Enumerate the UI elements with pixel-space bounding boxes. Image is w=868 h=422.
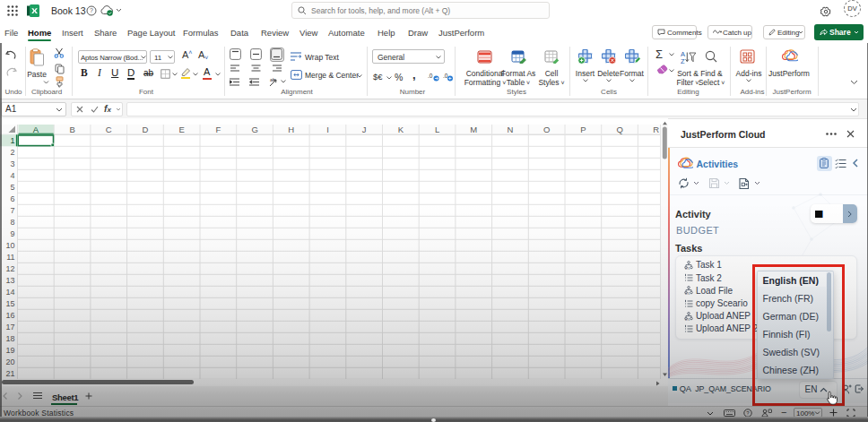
svg-text:I: I: [326, 125, 329, 134]
svg-text:9: 9: [10, 229, 14, 238]
svg-text:7: 7: [10, 206, 14, 215]
svg-text:15: 15: [5, 299, 14, 308]
svg-text:P: P: [580, 125, 586, 134]
svg-text:ab: ab: [270, 77, 275, 82]
svg-text:B: B: [69, 125, 74, 134]
svg-text:R: R: [653, 125, 659, 134]
svg-text:J: J: [362, 125, 367, 134]
svg-text:10: 10: [5, 241, 14, 250]
svg-text:6T6: 6T6: [685, 317, 690, 320]
svg-text:Q: Q: [616, 125, 622, 134]
svg-text:N: N: [508, 125, 514, 134]
svg-text:.0: .0: [428, 73, 433, 79]
svg-text:Z: Z: [681, 57, 685, 65]
svg-text:C: C: [106, 125, 112, 134]
svg-text:16: 16: [5, 311, 14, 320]
svg-text:4: 4: [10, 171, 14, 180]
svg-text:A: A: [33, 125, 39, 134]
svg-text:3: 3: [10, 159, 14, 168]
svg-text:21: 21: [5, 369, 14, 378]
svg-text:1: 1: [10, 136, 14, 145]
svg-text:8: 8: [10, 218, 14, 227]
svg-text:L: L: [435, 125, 439, 134]
svg-text:?: ?: [746, 410, 750, 416]
svg-text:13: 13: [5, 276, 14, 285]
svg-text:18: 18: [5, 334, 14, 343]
svg-text:F: F: [215, 125, 221, 134]
svg-text:5: 5: [10, 183, 14, 192]
svg-text:6T6: 6T6: [685, 266, 690, 269]
svg-text:D: D: [143, 125, 149, 134]
svg-text:?: ?: [90, 7, 93, 13]
svg-text:19: 19: [5, 346, 14, 355]
svg-text:H: H: [288, 125, 294, 134]
svg-text:20: 20: [5, 357, 14, 366]
svg-text:G: G: [251, 125, 257, 134]
svg-text:E: E: [179, 125, 185, 134]
svg-text:.0: .0: [443, 73, 448, 79]
svg-text:M: M: [470, 125, 477, 134]
svg-text:6T6: 6T6: [685, 292, 690, 295]
svg-text:17: 17: [5, 323, 14, 332]
svg-text:11: 11: [6, 253, 14, 262]
svg-text:12: 12: [5, 264, 14, 273]
svg-text:2: 2: [10, 148, 14, 157]
svg-text:O: O: [543, 125, 550, 134]
svg-text:K: K: [398, 125, 404, 134]
svg-text:14: 14: [5, 288, 14, 297]
svg-text:6: 6: [10, 194, 14, 203]
